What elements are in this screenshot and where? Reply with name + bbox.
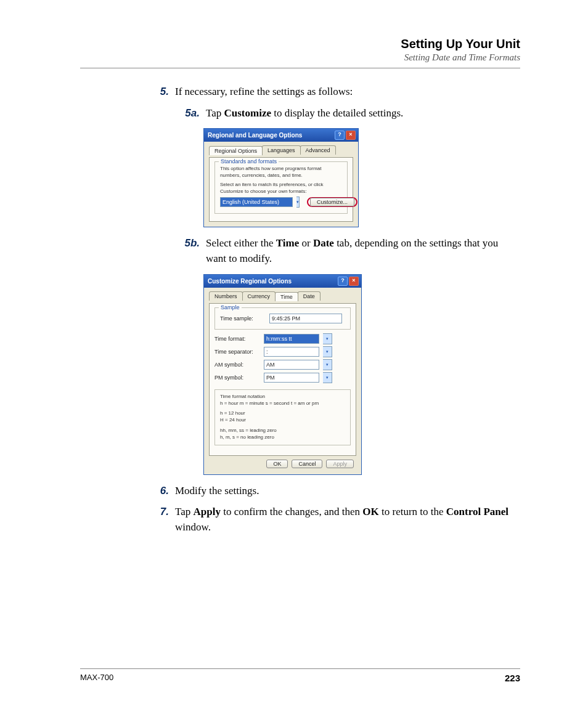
step-7: 7. Tap Apply to confirm the changes, and… xyxy=(148,505,520,535)
bold-date: Date xyxy=(313,237,334,249)
notation-line: Time format notation xyxy=(220,394,345,400)
page-header: Setting Up Your Unit Setting Date and Ti… xyxy=(80,37,520,68)
substep-text: Select either the Time or Date tab, depe… xyxy=(206,236,520,266)
bold-time: Time xyxy=(276,237,299,249)
customize-button[interactable]: Customize... xyxy=(310,198,354,206)
chevron-down-icon[interactable]: ▾ xyxy=(323,359,332,370)
step-5: 5. If necessary, refine the settings as … xyxy=(148,84,520,100)
substep-number: 5b. xyxy=(173,236,206,266)
bold-ok: OK xyxy=(362,506,378,517)
titlebar: Customize Regional Options ? × xyxy=(204,275,361,288)
label-time-sample: Time sample: xyxy=(220,315,266,322)
info-text: This option affects how some programs fo… xyxy=(220,166,342,179)
notation-line: h = 12 hour xyxy=(220,410,345,417)
tab-languages[interactable]: Languages xyxy=(262,145,301,155)
notation-line: h, m, s = no leading zero xyxy=(220,434,345,441)
notation-line: h = hour m = minute s = second t = am or… xyxy=(220,400,345,407)
text: Tap xyxy=(175,506,194,517)
chapter-title: Setting Up Your Unit xyxy=(80,37,520,51)
label-pm-symbol: PM symbol: xyxy=(214,375,260,381)
label-am-symbol: AM symbol: xyxy=(214,362,260,368)
page-number: 223 xyxy=(505,673,520,683)
model-label: MAX-700 xyxy=(80,673,113,683)
text: to display the detailed settings. xyxy=(271,107,403,119)
pm-symbol-dropdown[interactable]: PM xyxy=(264,373,319,383)
window-title: Regional and Language Options xyxy=(208,132,302,139)
tab-date[interactable]: Date xyxy=(298,291,321,301)
time-format-dropdown[interactable]: h:mm:ss tt xyxy=(264,334,319,344)
bold-apply: Apply xyxy=(194,506,221,517)
group-label-sample: Sample xyxy=(219,304,242,310)
step-number: 7. xyxy=(148,505,175,535)
substep-5a: 5a. Tap Customize to display the detaile… xyxy=(173,106,520,121)
help-icon[interactable]: ? xyxy=(338,277,348,286)
step-text: Tap Apply to confirm the changes, and th… xyxy=(175,505,520,535)
page-footer: MAX-700 223 xyxy=(80,668,520,683)
screenshot-regional-options: Regional and Language Options ? × Region… xyxy=(203,128,359,227)
close-icon[interactable]: × xyxy=(346,131,356,140)
step-6: 6. Modify the settings. xyxy=(148,484,520,499)
step-number: 6. xyxy=(148,484,175,499)
help-icon[interactable]: ? xyxy=(335,131,345,140)
am-symbol-dropdown[interactable]: AM xyxy=(264,360,319,370)
substep-5b: 5b. Select either the Time or Date tab, … xyxy=(173,236,520,266)
tab-time[interactable]: Time xyxy=(275,292,298,301)
time-sample-value: 9:45:25 PM xyxy=(269,314,342,323)
window-title: Customize Regional Options xyxy=(208,278,292,285)
apply-button[interactable]: Apply xyxy=(326,460,354,468)
step-text: If necessary, refine the settings as fol… xyxy=(175,84,520,100)
label-time-separator: Time separator: xyxy=(214,349,260,355)
text: to confirm the changes, and then xyxy=(221,506,362,517)
info-text: Select an item to match its preferences,… xyxy=(220,182,342,195)
titlebar: Regional and Language Options ? × xyxy=(204,129,358,142)
screenshot-customize-regional: Customize Regional Options ? × Numbers C… xyxy=(203,274,362,475)
dialog-button-row: OK Cancel Apply xyxy=(209,456,356,469)
time-separator-dropdown[interactable]: : xyxy=(264,347,319,357)
locale-dropdown[interactable]: English (United States) xyxy=(220,197,293,207)
tab-row: Regional Options Languages Advanced xyxy=(209,145,353,155)
text: Tap xyxy=(206,107,224,119)
tab-advanced[interactable]: Advanced xyxy=(300,145,336,155)
chevron-down-icon[interactable]: ▾ xyxy=(296,197,300,208)
chevron-down-icon[interactable]: ▾ xyxy=(323,346,332,357)
tab-numbers[interactable]: Numbers xyxy=(209,291,243,301)
tab-currency[interactable]: Currency xyxy=(242,291,276,301)
text: window. xyxy=(175,521,211,533)
ok-button[interactable]: OK xyxy=(266,460,288,468)
step-number: 5. xyxy=(148,84,175,100)
chevron-down-icon[interactable]: ▾ xyxy=(323,372,332,383)
close-icon[interactable]: × xyxy=(349,277,359,286)
chevron-down-icon[interactable]: ▾ xyxy=(323,333,332,344)
substep-text: Tap Customize to display the detailed se… xyxy=(206,106,520,121)
substep-number: 5a. xyxy=(173,106,206,121)
cancel-button[interactable]: Cancel xyxy=(292,460,322,468)
bold-customize: Customize xyxy=(224,107,271,119)
text: Select either the xyxy=(206,237,276,249)
tab-row: Numbers Currency Time Date xyxy=(209,291,356,301)
bold-control-panel: Control Panel xyxy=(446,506,508,517)
group-label: Standards and formats xyxy=(219,158,279,164)
text: to return to the xyxy=(379,506,446,517)
notation-line: hh, mm, ss = leading zero xyxy=(220,428,345,434)
text: or xyxy=(299,237,313,249)
notation-line: H = 24 hour xyxy=(220,417,345,424)
section-title: Setting Date and Time Formats xyxy=(80,52,520,63)
label-time-format: Time format: xyxy=(214,336,260,342)
highlight-circle: Customize... xyxy=(307,197,357,207)
tab-regional-options[interactable]: Regional Options xyxy=(209,146,263,155)
step-text: Modify the settings. xyxy=(175,484,520,499)
